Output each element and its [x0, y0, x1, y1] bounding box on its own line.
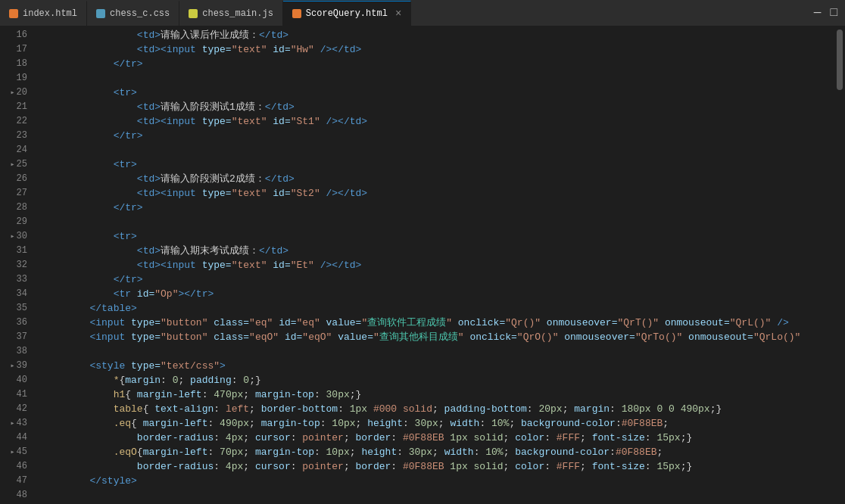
tab-chess-css-label: chess_c.css: [110, 8, 170, 19]
code-line-38: [42, 344, 834, 359]
code-line-26: <td>请输入阶段测试2成绩：</td>: [42, 172, 834, 186]
tab-chess-main-label: chess_main.js: [202, 8, 273, 19]
code-line-34: <tr id="Op"></tr>: [42, 287, 834, 301]
tab-index[interactable]: index.html: [0, 1, 87, 26]
code-line-39: <style type="text/css">: [42, 359, 834, 373]
editor-container: 16 17 18 19 ▸20 21 22 23 24 ▸25 26 27 28…: [0, 26, 845, 504]
tab-score-query-label: ScoreQuery.html: [306, 8, 388, 19]
code-line-25: <tr>: [42, 157, 834, 172]
code-line-23: </tr>: [42, 129, 834, 143]
code-line-43: .eq{ margin-left: 490px; margin-top: 10p…: [42, 416, 834, 431]
code-line-29: [42, 215, 834, 229]
code-line-47: </style>: [42, 474, 834, 488]
code-line-19: [42, 71, 834, 86]
code-line-37: <input type="button" class="eqO" id="eqO…: [42, 330, 834, 344]
code-line-27: <td><input type="text" id="St2" /></td>: [42, 186, 834, 201]
code-line-35: </table>: [42, 301, 834, 316]
code-editor[interactable]: <td>请输入课后作业成绩：</td> <td><input type="tex…: [36, 26, 834, 504]
code-line-22: <td><input type="text" id="St1" /></td>: [42, 114, 834, 129]
code-line-28: </tr>: [42, 201, 834, 215]
tab-score-query[interactable]: ScoreQuery.html ×: [283, 1, 411, 26]
code-line-17: <td><input type="text" id="Hw" /></td>: [42, 42, 834, 57]
code-line-45: .eqO{margin-left: 70px; margin-top: 10px…: [42, 445, 834, 459]
code-line-42: table{ text-align: left; border-bottom: …: [42, 402, 834, 416]
code-line-32: <td><input type="text" id="Et" /></td>: [42, 258, 834, 272]
code-line-36: <input type="button" class="eq" id="eq" …: [42, 316, 834, 330]
tab-index-label: index.html: [23, 8, 77, 19]
maximize-button[interactable]: □: [825, 0, 842, 26]
code-line-21: <td>请输入阶段测试1成绩：</td>: [42, 100, 834, 114]
code-line-24: [42, 143, 834, 157]
tab-score-query-close[interactable]: ×: [395, 8, 401, 20]
code-line-41: h1{ margin-left: 470px; margin-top: 30px…: [42, 387, 834, 402]
scroll-thumb-y[interactable]: [837, 30, 843, 90]
code-line-48: [42, 488, 834, 502]
minimize-button[interactable]: —: [809, 0, 826, 26]
code-line-30: <tr>: [42, 229, 834, 244]
code-line-18: </tr>: [42, 57, 834, 71]
code-line-40: *{margin: 0; padding: 0;}: [42, 373, 834, 387]
code-line-31: <td>请输入期末考试成绩：</td>: [42, 244, 834, 258]
code-line-46: border-radius: 4px; cursor: pointer; bor…: [42, 459, 834, 474]
tab-bar: index.html chess_c.css chess_main.js Sco…: [0, 0, 845, 26]
code-line-20: <tr>: [42, 86, 834, 100]
tab-chess-main[interactable]: chess_main.js: [179, 1, 283, 26]
line-numbers: 16 17 18 19 ▸20 21 22 23 24 ▸25 26 27 28…: [0, 26, 36, 504]
code-line-44: border-radius: 4px; cursor: pointer; bor…: [42, 431, 834, 445]
code-line-33: </tr>: [42, 272, 834, 287]
scrollbar-y[interactable]: [834, 26, 845, 504]
tab-chess-css[interactable]: chess_c.css: [87, 1, 179, 26]
code-line-16: <td>请输入课后作业成绩：</td>: [42, 28, 834, 42]
